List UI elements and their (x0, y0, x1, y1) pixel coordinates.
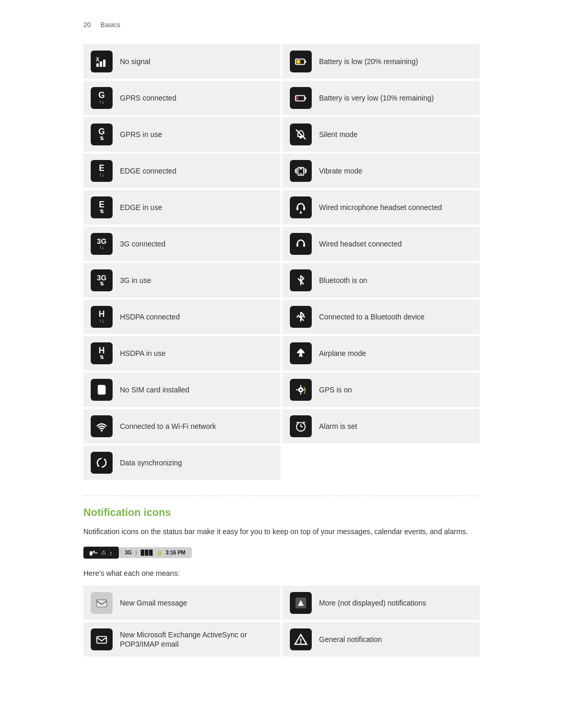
status-icon-row-alarm-set: Alarm is set (283, 409, 480, 443)
icon-no-sim: ! (91, 379, 113, 401)
icon-wired-mic-headset (290, 196, 312, 218)
section-name: Basics (101, 21, 120, 29)
icon-general-notification (290, 628, 312, 650)
svg-point-31 (101, 430, 103, 432)
label-bluetooth-device: Connected to a Bluetooth device (319, 312, 424, 322)
icon-bluetooth-on (290, 269, 312, 291)
status-icon-row-silent-mode: Silent mode (283, 117, 480, 152)
icon-bluetooth-device (290, 306, 312, 328)
status-icons-grid: XNo signalBattery is low (20% remaining)… (83, 44, 480, 480)
svg-rect-8 (304, 97, 306, 100)
icon-airplane-mode (290, 342, 312, 364)
notif-icon-row-gmail: New Gmail message (83, 586, 280, 620)
icon-gps-on (290, 379, 312, 401)
svg-rect-13 (299, 174, 302, 175)
svg-rect-46 (97, 637, 107, 644)
label-gprs-in-use: GPRS in use (120, 130, 162, 139)
svg-rect-1 (96, 64, 99, 67)
label-battery-low: Battery is low (20% remaining) (319, 57, 418, 66)
label-exchange-email: New Microsoft Exchange ActiveSync or POP… (120, 630, 273, 649)
svg-point-26 (303, 316, 305, 318)
status-icon-row-battery-very-low: Battery is very low (10% remaining) (283, 81, 480, 115)
status-bar-left: ⚠ ↕ (83, 547, 119, 559)
status-icon-row-wired-headset: Wired headset connected (283, 227, 480, 261)
label-hsdpa-in-use: HSDPA in use (120, 349, 166, 358)
svg-rect-11 (299, 137, 302, 139)
svg-rect-14 (299, 168, 302, 169)
notification-icons-grid: New Gmail messageMore (not displayed) no… (83, 586, 480, 657)
label-silent-mode: Silent mode (319, 130, 358, 139)
label-no-sim: No SIM card installed (120, 385, 189, 394)
label-no-signal: No signal (120, 57, 150, 66)
icon-gprs-in-use: G⇅ (91, 124, 113, 145)
heres-text: Here's what each one means: (83, 569, 480, 577)
label-bluetooth-on: Bluetooth is on (319, 276, 368, 285)
icon-battery-very-low (290, 87, 312, 109)
label-general-notification: General notification (319, 635, 382, 644)
status-icon-row-vibrate-mode: Vibrate mode (283, 154, 480, 188)
label-wifi-connected: Connected to a Wi-Fi network (120, 422, 216, 431)
icon-gmail (91, 592, 113, 614)
icon-no-signal: X (91, 51, 113, 72)
notif-icon-row-exchange-email: New Microsoft Exchange ActiveSync or POP… (83, 622, 280, 657)
notif-icon-row-more-notifications: More (not displayed) notifications (283, 586, 480, 620)
page-number: 20 (83, 21, 91, 29)
status-icon-row-gprs-connected: G↑↓GPRS connected (83, 81, 280, 115)
label-airplane-mode: Airplane mode (319, 349, 366, 358)
label-gps-on: GPS is on (319, 385, 352, 394)
icon-vibrate-mode (290, 160, 312, 182)
svg-rect-40 (93, 551, 95, 552)
svg-point-25 (297, 316, 299, 318)
label-alarm-set: Alarm is set (319, 422, 357, 431)
status-bar-example: ⚠ ↕ 3G ↕ ▉▉▉ 🔋 3:16 PM (83, 547, 480, 559)
icon-hsdpa-in-use: H⇅ (91, 342, 113, 364)
svg-rect-2 (100, 61, 102, 67)
status-icon-row-airplane-mode: Airplane mode (283, 336, 480, 371)
icon-hsdpa-connected: H↑↓ (91, 306, 113, 328)
svg-rect-24 (303, 243, 305, 247)
status-icon-row-3g-connected: 3G↑↓3G connected (83, 227, 280, 261)
icon-alarm-set (290, 415, 312, 437)
icon-gprs-connected: G↑↓ (91, 87, 113, 109)
status-icon-row-data-sync: Data synchronizing (83, 446, 280, 480)
status-icon-row-no-signal: XNo signal (83, 44, 280, 79)
svg-rect-9 (297, 96, 298, 100)
status-bar-right: 3G ↕ ▉▉▉ 🔋 3:16 PM (119, 547, 192, 558)
icon-wired-headset (290, 233, 312, 255)
svg-point-30 (300, 389, 302, 391)
icon-wifi-connected (91, 415, 113, 437)
svg-rect-43 (97, 600, 107, 607)
status-icon-row-wifi-connected: Connected to a Wi-Fi network (83, 409, 280, 443)
status-icon-row-bluetooth-on: Bluetooth is on (283, 263, 480, 298)
icon-edge-in-use: E⇅ (91, 196, 113, 218)
label-3g-connected: 3G connected (120, 239, 165, 249)
svg-line-36 (303, 422, 305, 423)
status-icon-row-edge-in-use: E⇅EDGE in use (83, 190, 280, 225)
notification-section-desc: Notification icons on the status bar mak… (83, 526, 480, 537)
label-gmail: New Gmail message (120, 598, 187, 608)
status-icon-row-hsdpa-connected: H↑↓HSDPA connected (83, 300, 280, 334)
icon-edge-connected: E↑↓ (91, 160, 113, 182)
label-wired-headset: Wired headset connected (319, 239, 402, 249)
status-icon-row-battery-low: Battery is low (20% remaining) (283, 44, 480, 79)
svg-rect-5 (304, 60, 306, 63)
svg-rect-39 (90, 551, 92, 556)
icon-3g-in-use: 3G⇅ (91, 269, 113, 291)
label-vibrate-mode: Vibrate mode (319, 166, 362, 176)
svg-rect-6 (297, 60, 300, 64)
status-icon-row-edge-connected: E↑↓EDGE connected (83, 154, 280, 188)
status-icon-row-hsdpa-in-use: H⇅HSDPA in use (83, 336, 280, 371)
notif-icon-row-general-notification: General notification (283, 622, 480, 657)
label-battery-very-low: Battery is very low (10% remaining) (319, 93, 434, 103)
icon-3g-connected: 3G↑↓ (91, 233, 113, 255)
svg-rect-3 (103, 59, 106, 67)
svg-rect-19 (297, 207, 299, 211)
icon-silent-mode (290, 124, 312, 145)
status-icon-row-gprs-in-use: G⇅GPRS in use (83, 117, 280, 152)
label-edge-connected: EDGE connected (120, 166, 176, 176)
icon-battery-low (290, 51, 312, 72)
svg-rect-23 (297, 243, 299, 247)
label-gprs-connected: GPRS connected (120, 93, 176, 103)
svg-rect-20 (303, 207, 305, 211)
page-header: 20 Basics (83, 21, 480, 29)
